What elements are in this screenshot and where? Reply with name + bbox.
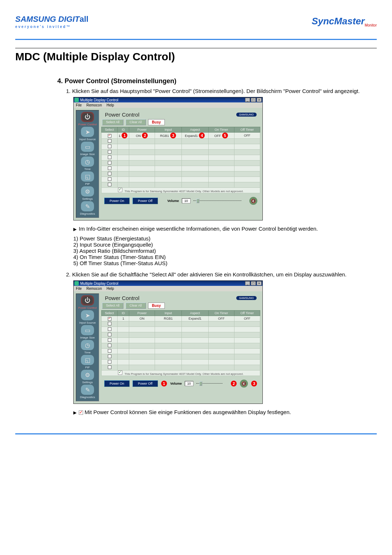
window-title: Multiple Display Control — [80, 281, 244, 285]
app-screenshot-1: Multiple Display Control _ □ × File Remo… — [73, 97, 263, 220]
input-icon: ➤ — [81, 127, 94, 137]
mute-button[interactable]: 🔇 — [249, 197, 257, 205]
sidebar-item-pip[interactable]: ◱PIP — [78, 171, 97, 186]
sidebar-item-diagnostics[interactable]: ✎Diagnostics — [78, 385, 97, 399]
volume-value: 10 — [182, 198, 191, 203]
display-grid: Select ID Power Input Aspect On Timer Of… — [101, 310, 260, 376]
time-icon: ◷ — [81, 157, 94, 167]
sidebar-item-settings[interactable]: ⚙Settings — [78, 370, 97, 384]
select-all-button[interactable]: Select All — [102, 303, 123, 309]
samsung-badge: SAMSUNG — [236, 113, 257, 117]
row-checkbox[interactable] — [108, 317, 111, 321]
sidebar-item-image-size[interactable]: ▭Image Size — [78, 142, 97, 156]
note-icon — [118, 370, 122, 375]
footer-note-row: This Program is for Samsung Syncmaster 4… — [102, 188, 260, 193]
annotation-3: 3 — [251, 381, 257, 386]
menu-help[interactable]: Help — [107, 287, 114, 291]
volume-label: Volume — [167, 199, 179, 203]
sidebar-item-power-control[interactable]: ⏻Power Control — [78, 112, 97, 126]
table-row — [102, 349, 260, 354]
main-panel: Power Control SAMSUNG Select All Clear A… — [101, 293, 260, 401]
main-panel: Power Control SAMSUNG Select All Clear A… — [101, 110, 260, 218]
menubar: File Remocon Help — [74, 102, 262, 108]
menu-file[interactable]: File — [76, 103, 82, 107]
annotation-1: 1 — [122, 133, 127, 138]
table-row — [102, 327, 260, 332]
table-row — [102, 321, 260, 327]
slider-thumb[interactable] — [196, 199, 199, 203]
sidebar-item-settings[interactable]: ⚙Settings — [78, 186, 97, 200]
table-row[interactable]: 1 ON RGB1 Expand1 OFF OFF — [102, 316, 260, 321]
sidebar-item-pip[interactable]: ◱PIP — [78, 355, 97, 369]
divider-thin — [15, 48, 377, 48]
menu-file[interactable]: File — [76, 287, 82, 291]
panel-title: Power Control — [105, 112, 139, 118]
slider-thumb[interactable] — [199, 381, 202, 386]
sidebar-item-image-size[interactable]: ▭Image Size — [78, 325, 97, 339]
annotation-1: 1 — [161, 381, 167, 386]
minimize-button[interactable]: _ — [245, 98, 250, 102]
sidebar-item-time[interactable]: ◷Time — [78, 340, 97, 354]
menu-remocon[interactable]: Remocon — [86, 103, 102, 107]
page-title: MDC (Multiple Display Control) — [15, 50, 377, 63]
image-size-icon: ▭ — [81, 325, 94, 335]
table-row — [102, 139, 260, 144]
maximize-button[interactable]: □ — [251, 98, 256, 102]
table-row — [102, 177, 260, 182]
sidebar-item-input-source[interactable]: ➤Input Source — [78, 310, 97, 324]
maximize-button[interactable]: □ — [251, 281, 256, 285]
pip-icon: ◱ — [81, 171, 94, 182]
divider — [15, 39, 377, 40]
table-row[interactable]: 1 1 ON 2 RGB1 3 Expand1 4 OFF 5 OFF — [102, 133, 260, 139]
mute-button[interactable]: 🔇 — [240, 380, 248, 388]
volume-label: Volume — [170, 382, 182, 385]
sidebar-item-input-source[interactable]: ➤Input Source — [78, 127, 97, 141]
col-off-timer: Off Timer — [234, 127, 260, 133]
power-on-button[interactable]: Power On — [104, 380, 130, 387]
col-input: Input — [155, 127, 182, 133]
note-icon — [118, 188, 122, 192]
row-checkbox[interactable] — [108, 134, 111, 138]
col-aspect: Aspect — [181, 127, 208, 133]
table-row — [102, 171, 260, 177]
volume-slider[interactable] — [193, 198, 246, 204]
table-row — [102, 365, 260, 370]
display-grid: Select ID Power Input Aspect On Timer Of… — [101, 127, 260, 193]
power-on-button[interactable]: Power On — [104, 198, 130, 204]
table-row — [102, 182, 260, 188]
input-icon: ➤ — [81, 310, 94, 320]
volume-value: 10 — [185, 381, 193, 386]
page-header: SAMSUNG DIGITall everyone's invited™ Syn… — [15, 15, 377, 29]
minimize-button[interactable]: _ — [245, 281, 250, 285]
select-all-button[interactable]: Select All — [102, 119, 123, 125]
sidebar-item-diagnostics[interactable]: ✎Diagnostics — [78, 201, 97, 215]
menu-remocon[interactable]: Remocon — [86, 287, 102, 291]
power-off-button[interactable]: Power Off — [132, 198, 158, 204]
info-list: 1) Power Status (Energiestatus) 2) Input… — [73, 235, 377, 266]
clear-all-button[interactable]: Clear All — [126, 303, 146, 309]
busy-indicator: Busy — [148, 303, 165, 309]
menu-help[interactable]: Help — [107, 103, 114, 107]
menubar: File Remocon Help — [74, 286, 262, 291]
sidebar-item-power-control[interactable]: ⏻Power Control — [78, 295, 97, 309]
close-button[interactable]: × — [257, 98, 262, 102]
footer-divider — [15, 433, 377, 434]
clear-all-button[interactable]: Clear All — [126, 119, 146, 125]
table-row — [102, 150, 260, 155]
sidebar: ⏻Power Control ➤Input Source ▭Image Size… — [76, 293, 99, 401]
para-1: 1. Klicken Sie auf das Hauptsymbol "Powe… — [66, 88, 377, 94]
table-row — [102, 161, 260, 166]
table-row — [102, 144, 260, 150]
samsung-badge: SAMSUNG — [236, 296, 257, 300]
para-2: 2. Klicken Sie auf die Schaltfläche "Sel… — [66, 271, 377, 278]
col-power: Power — [129, 127, 155, 133]
annotation-5: 5 — [222, 133, 228, 138]
sidebar-item-time[interactable]: ◷Time — [78, 157, 97, 171]
diagnostics-icon: ✎ — [81, 385, 94, 395]
volume-slider[interactable] — [196, 380, 228, 387]
col-select: Select — [102, 127, 118, 133]
close-button[interactable]: × — [257, 281, 262, 285]
table-row — [102, 354, 260, 360]
busy-indicator: Busy — [148, 119, 165, 125]
power-off-button[interactable]: Power Off — [132, 380, 158, 387]
